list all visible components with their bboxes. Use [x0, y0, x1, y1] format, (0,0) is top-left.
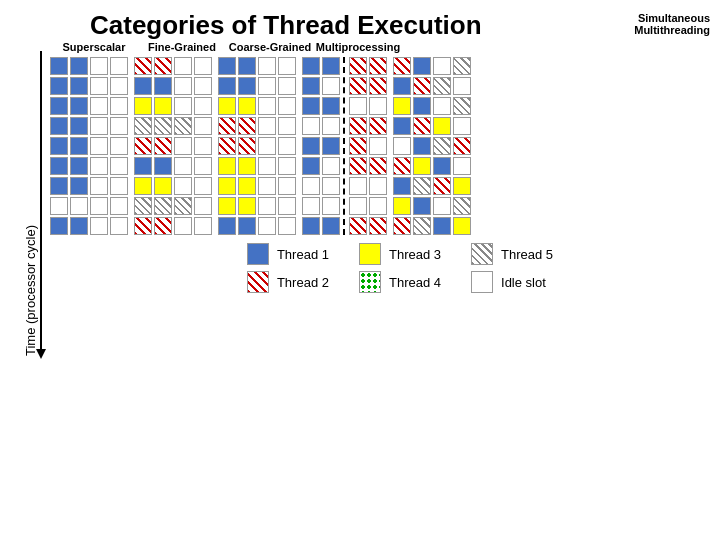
- grid-smt: [393, 57, 471, 235]
- cell: [174, 177, 192, 195]
- cell: [433, 157, 451, 175]
- grid-row: [349, 157, 387, 175]
- cell: [134, 217, 152, 235]
- cell: [50, 77, 68, 95]
- cell: [393, 157, 411, 175]
- cell: [134, 177, 152, 195]
- cell: [258, 57, 276, 75]
- grid-row: [50, 197, 128, 215]
- grid-coarse-grained: [218, 57, 296, 235]
- cell: [238, 117, 256, 135]
- cell: [278, 157, 296, 175]
- legend-label-thread2: Thread 2: [277, 275, 329, 290]
- grid-row: [349, 77, 387, 95]
- cell: [369, 157, 387, 175]
- cell: [302, 57, 320, 75]
- grid-row: [393, 137, 471, 155]
- cell: [238, 57, 256, 75]
- grid-row: [218, 197, 296, 215]
- cell: [110, 177, 128, 195]
- legend-label-idle: Idle slot: [501, 275, 546, 290]
- cell: [349, 57, 367, 75]
- cell: [218, 137, 236, 155]
- grid-row: [218, 77, 296, 95]
- cell: [154, 137, 172, 155]
- cell: [238, 137, 256, 155]
- legend-item-thread1: Thread 1: [247, 243, 329, 265]
- legend-label-thread4: Thread 4: [389, 275, 441, 290]
- cell: [258, 77, 276, 95]
- cell: [322, 177, 340, 195]
- grid-row: [50, 97, 128, 115]
- cell: [218, 77, 236, 95]
- cell: [278, 97, 296, 115]
- cell: [322, 117, 340, 135]
- grid-row: [134, 77, 212, 95]
- cell: [393, 137, 411, 155]
- cell: [194, 137, 212, 155]
- grid-row: [134, 177, 212, 195]
- cell: [433, 177, 451, 195]
- grid-row: [218, 57, 296, 75]
- grid-row: [134, 57, 212, 75]
- cell: [174, 77, 192, 95]
- grid-row: [302, 117, 340, 135]
- cell: [278, 137, 296, 155]
- cell: [302, 97, 320, 115]
- legend-item-thread4: Thread 4: [359, 271, 441, 293]
- cell: [218, 97, 236, 115]
- cell: [453, 177, 471, 195]
- cell: [322, 197, 340, 215]
- cell: [110, 137, 128, 155]
- cell: [218, 57, 236, 75]
- cell: [194, 117, 212, 135]
- cell: [258, 217, 276, 235]
- grid-row: [218, 97, 296, 115]
- cell: [393, 57, 411, 75]
- grid-row: [302, 157, 340, 175]
- grid-row: [393, 97, 471, 115]
- legend-col-2: Thread 3 Thread 4: [359, 243, 441, 293]
- cell: [322, 137, 340, 155]
- cell: [349, 97, 367, 115]
- cell: [349, 177, 367, 195]
- grid-row: [393, 77, 471, 95]
- legend-label-thread3: Thread 3: [389, 247, 441, 262]
- cell: [258, 97, 276, 115]
- cell: [453, 77, 471, 95]
- legend-item-idle: Idle slot: [471, 271, 553, 293]
- grids-area: Superscalar Fine-Grained Coarse-Grained …: [50, 41, 710, 540]
- cell: [393, 177, 411, 195]
- cell: [174, 157, 192, 175]
- grid-row: [302, 217, 340, 235]
- grid-row: [134, 137, 212, 155]
- grid-row: [302, 57, 340, 75]
- grid-row: [349, 117, 387, 135]
- legend-col-1: Thread 1 Thread 2: [247, 243, 329, 293]
- cell: [174, 197, 192, 215]
- cell: [322, 157, 340, 175]
- grid-row: [302, 177, 340, 195]
- cell: [90, 157, 108, 175]
- cell: [50, 157, 68, 175]
- cell: [433, 117, 451, 135]
- mp-left: [302, 57, 340, 235]
- cell: [393, 117, 411, 135]
- cell: [433, 97, 451, 115]
- grid-fine-grained: [134, 57, 212, 235]
- cell: [90, 77, 108, 95]
- cell: [349, 117, 367, 135]
- cell: [258, 157, 276, 175]
- grid-row: [349, 57, 387, 75]
- cell: [70, 137, 88, 155]
- cell: [70, 157, 88, 175]
- cell: [154, 177, 172, 195]
- grid-row: [50, 77, 128, 95]
- cell: [349, 217, 367, 235]
- cell: [453, 157, 471, 175]
- cell: [154, 197, 172, 215]
- cell: [238, 217, 256, 235]
- grid-row: [349, 177, 387, 195]
- cell: [70, 177, 88, 195]
- cell: [90, 197, 108, 215]
